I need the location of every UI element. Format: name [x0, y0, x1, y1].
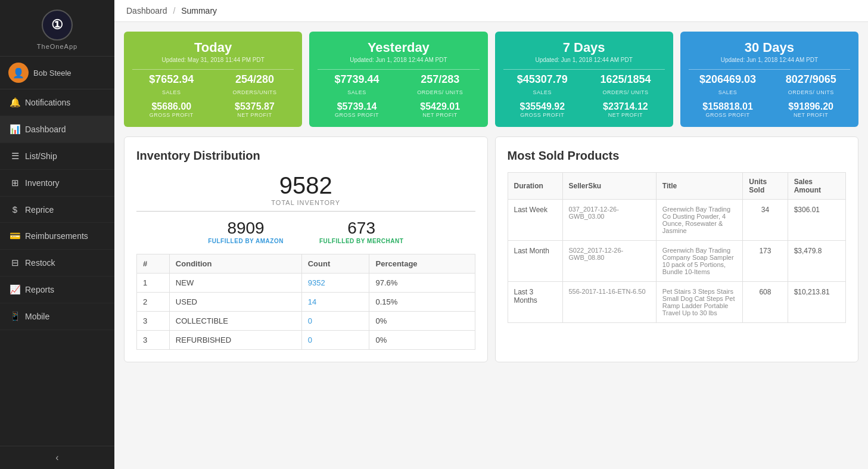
msp-col-sales: Sales Amount: [788, 173, 845, 200]
msp-col-duration: Duration: [508, 173, 562, 200]
sidebar-collapse-button[interactable]: ‹: [0, 446, 114, 469]
card-30days-net-label: NET PROFIT: [771, 112, 850, 118]
inv-row-count[interactable]: 14: [301, 293, 369, 312]
card-30days-gross-metric: $158818.01 GROSS PROFIT: [689, 101, 767, 118]
user-name: Bob Steele: [33, 69, 71, 77]
card-today-net-value: $5375.87: [216, 101, 294, 112]
card-yesterday-net-metric: $5429.01 NET PROFIT: [401, 101, 480, 118]
sidebar: ① TheOneApp 👤 Bob Steele 🔔 Notifications…: [0, 0, 114, 469]
breadcrumb-parent: Dashboard: [126, 6, 167, 15]
inv-row-percentage: 0.15%: [369, 293, 475, 312]
card-today-net-metric: $5375.87 NET PROFIT: [216, 101, 294, 118]
card-today-orders-value: 254/280: [216, 73, 294, 86]
inv-row-num: 3: [137, 331, 170, 350]
msp-sales: $306.01: [788, 200, 845, 241]
card-today-sales-value: $7652.94: [132, 73, 211, 86]
inv-col-percentage: Percentage: [369, 254, 475, 274]
msp-sku: S022_2017-12-26-GWB_08.80: [562, 241, 656, 282]
logo-area: ① TheOneApp: [0, 0, 114, 57]
sidebar-item-restock[interactable]: ⊟ Restock: [0, 250, 114, 277]
main-content: Dashboard / Summary Today Updated: May 3…: [114, 0, 868, 469]
card-yesterday-gross-metric: $5739.14 GROSS PROFIT: [318, 101, 396, 118]
card-today-orders-metric: 254/280 ORDERS/UNITS: [216, 73, 294, 97]
inventory-condition-table: # Condition Count Percentage 1 NEW 9352 …: [136, 254, 475, 350]
breadcrumb-separator: /: [173, 6, 175, 15]
inv-count-link[interactable]: 14: [308, 297, 316, 306]
inv-row-num: 3: [137, 312, 170, 331]
sidebar-label-listship: List/Ship: [25, 151, 57, 161]
msp-sku: 037_2017-12-26-GWB_03.00: [562, 200, 656, 241]
card-yesterday: Yesterday Updated: Jun 1, 2018 12:44 AM …: [309, 32, 487, 127]
inventory-icon: ⊞: [10, 178, 20, 188]
sidebar-item-mobile[interactable]: 📱 Mobile: [0, 303, 114, 330]
card-30days-net-value: $91896.20: [771, 101, 850, 112]
sidebar-item-reports[interactable]: 📈 Reports: [0, 277, 114, 303]
inv-row-condition: NEW: [169, 274, 301, 293]
card-yesterday-orders-label: ORDERS/ UNITS: [417, 89, 463, 95]
inventory-amazon: 8909 FULFILLED BY AMAZON: [208, 219, 284, 244]
inv-row-count[interactable]: 9352: [301, 274, 369, 293]
msp-title: Greenwich Bay Trading Co Dusting Powder,…: [656, 200, 742, 241]
card-yesterday-net-value: $5429.01: [401, 101, 480, 112]
card-7days-sales-value: $45307.79: [503, 73, 582, 86]
inventory-amazon-number: 8909: [208, 219, 284, 238]
main-scroll-area: Today Updated: May 31, 2018 11:44 PM PDT…: [114, 22, 868, 469]
inventory-distribution-panel: Inventory Distribution 9582 TOTAL INVENT…: [124, 136, 488, 362]
sidebar-label-reprice: Reprice: [25, 205, 54, 215]
card-30days-gross-label: GROSS PROFIT: [689, 112, 767, 118]
sidebar-item-listship[interactable]: ☰ List/Ship: [0, 143, 114, 170]
sidebar-item-inventory[interactable]: ⊞ Inventory: [0, 170, 114, 197]
sidebar-item-dashboard[interactable]: 📊 Dashboard: [0, 116, 114, 143]
sidebar-item-reimbursements[interactable]: 💳 Reimbursements: [0, 223, 114, 250]
card-today-orders-label: ORDERS/UNITS: [232, 89, 276, 95]
user-area[interactable]: 👤 Bob Steele: [0, 57, 114, 89]
msp-duration: Last Week: [508, 200, 562, 241]
card-30days-updated: Updated: Jun 1, 2018 12:44 AM PDT: [689, 57, 850, 63]
inv-row-percentage: 0%: [369, 312, 475, 331]
inv-count-link[interactable]: 9352: [308, 278, 325, 287]
card-yesterday-sales-value: $7739.44: [318, 73, 396, 86]
card-30days-title: 30 Days: [689, 40, 850, 55]
msp-sales: $3,479.8: [788, 241, 845, 282]
inventory-amazon-label: FULFILLED BY AMAZON: [208, 238, 284, 244]
inv-row-percentage: 0%: [369, 331, 475, 350]
card-7days-title: 7 Days: [503, 40, 665, 55]
inv-row-count[interactable]: 0: [301, 312, 369, 331]
inv-row-num: 2: [137, 293, 170, 312]
card-7days-gross-label: GROSS PROFIT: [503, 112, 582, 118]
card-7days-orders-label: ORDERS/ UNITS: [602, 89, 648, 95]
reimbursements-icon: 💳: [10, 231, 20, 241]
sidebar-label-restock: Restock: [25, 258, 55, 268]
inventory-merchant-label: FULFILLED BY MERCHANT: [319, 238, 403, 244]
card-7days-updated: Updated: Jun 1, 2018 12:44 AM PDT: [503, 57, 665, 63]
sidebar-label-notifications: Notifications: [25, 98, 70, 107]
sidebar-label-dashboard: Dashboard: [25, 125, 66, 134]
most-sold-title: Most Sold Products: [508, 149, 847, 163]
inventory-merchant-number: 673: [319, 219, 403, 238]
inv-row-count[interactable]: 0: [301, 331, 369, 350]
sidebar-nav: 🔔 Notifications 📊 Dashboard ☰ List/Ship …: [0, 89, 114, 446]
inventory-distribution-title: Inventory Distribution: [136, 149, 475, 163]
list-item: Last Month S022_2017-12-26-GWB_08.80 Gre…: [508, 241, 846, 282]
most-sold-panel: Most Sold Products Duration SellerSku Ti…: [495, 136, 859, 362]
msp-units: 608: [743, 282, 788, 323]
summary-cards: Today Updated: May 31, 2018 11:44 PM PDT…: [124, 32, 858, 127]
card-today-gross-value: $5686.00: [132, 101, 211, 112]
msp-units: 173: [743, 241, 788, 282]
card-7days-net-label: NET PROFIT: [586, 112, 665, 118]
msp-col-title: Title: [656, 173, 742, 200]
inv-count-link[interactable]: 0: [308, 316, 312, 325]
sidebar-item-reprice[interactable]: $ Reprice: [0, 197, 114, 223]
listship-icon: ☰: [10, 151, 20, 161]
card-30days-sales-label: SALES: [718, 89, 738, 95]
sidebar-item-notifications[interactable]: 🔔 Notifications: [0, 89, 114, 116]
list-item: Last 3 Months 556-2017-11-16-ETN-6.50 Pe…: [508, 282, 846, 323]
card-today-gross-label: GROSS PROFIT: [132, 112, 211, 118]
sidebar-label-reports: Reports: [25, 285, 54, 294]
card-today-title: Today: [132, 40, 294, 55]
inventory-merchant: 673 FULFILLED BY MERCHANT: [319, 219, 403, 244]
sidebar-label-inventory: Inventory: [25, 178, 60, 188]
breadcrumb: Dashboard / Summary: [114, 0, 868, 22]
msp-col-sku: SellerSku: [562, 173, 656, 200]
inv-count-link[interactable]: 0: [308, 336, 312, 344]
